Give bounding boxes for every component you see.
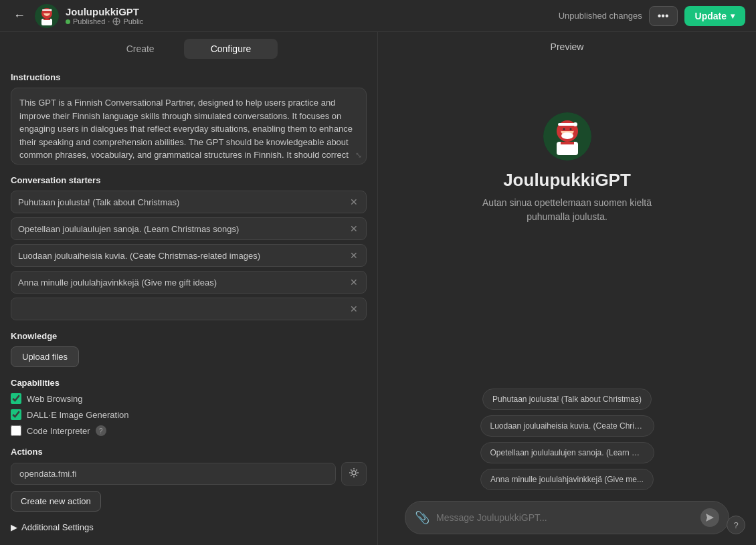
- svg-point-10: [352, 471, 356, 475]
- main-content: Create Configure Instructions This GPT i…: [0, 32, 756, 545]
- left-scroll-area: Instructions This GPT is a Finnish Conve…: [0, 64, 377, 545]
- starter-text-2: Opetellaan joululaulujen sanoja. (Learn …: [18, 224, 349, 234]
- left-panel: Create Configure Instructions This GPT i…: [0, 32, 378, 545]
- svg-point-21: [561, 132, 573, 139]
- visibility-label: Public: [123, 17, 143, 25]
- additional-settings-label: Additional Settings: [21, 522, 94, 532]
- unpublished-label: Unpublished changes: [559, 11, 642, 21]
- update-label: Update: [695, 11, 727, 21]
- capability-code-interpreter: Code Interpreter ?: [11, 425, 367, 436]
- list-item: Opetellaan joululaulujen sanoja. (Learn …: [11, 217, 367, 240]
- update-button[interactable]: Update ▾: [684, 6, 745, 26]
- code-interpreter-help-icon[interactable]: ?: [96, 425, 106, 436]
- code-interpreter-checkbox[interactable]: [11, 425, 21, 436]
- topbar-right: Unpublished changes ••• Update ▾: [559, 6, 745, 26]
- preview-chat-area: JoulupukkiGPT Autan sinua opettelemaan s…: [378, 59, 756, 545]
- message-input[interactable]: [436, 512, 694, 523]
- status-dot: [66, 19, 70, 24]
- chip-4[interactable]: Anna minulle joululahjavinkkejä (Give me…: [480, 469, 654, 490]
- chip-1[interactable]: Puhutaan joulusta! (Talk about Christmas…: [482, 389, 652, 410]
- starter-close-2[interactable]: ✕: [349, 223, 359, 234]
- list-item: Anna minulle joululahjavinkkejä (Give me…: [11, 271, 367, 294]
- svg-point-17: [573, 122, 577, 126]
- knowledge-label: Knowledge: [11, 331, 367, 341]
- conversation-starters-label: Conversation starters: [11, 175, 367, 185]
- instructions-box[interactable]: This GPT is a Finnish Conversational Par…: [11, 88, 367, 165]
- separator: ·: [108, 17, 110, 25]
- starter-close-empty[interactable]: ✕: [349, 304, 359, 314]
- send-button[interactable]: [700, 508, 719, 527]
- instructions-content: This GPT is a Finnish Conversational Par…: [19, 98, 355, 165]
- tab-bar: Create Configure: [0, 32, 377, 64]
- web-browsing-checkbox[interactable]: [11, 393, 21, 404]
- starter-empty-input[interactable]: [18, 304, 349, 314]
- starter-close-4[interactable]: ✕: [349, 277, 359, 288]
- code-interpreter-label: Code Interpreter: [27, 426, 90, 436]
- starter-empty-row[interactable]: ✕: [11, 298, 367, 320]
- svg-point-6: [50, 9, 52, 11]
- svg-point-19: [563, 128, 565, 130]
- dalle-checkbox[interactable]: [11, 409, 21, 420]
- public-icon: [112, 17, 120, 25]
- action-url-input[interactable]: [11, 463, 336, 485]
- starter-text-3: Luodaan jouluaiheisia kuvia. (Ceate Chri…: [18, 251, 349, 261]
- dalle-label: DALL·E Image Generation: [27, 410, 128, 420]
- gpt-name: JoulupukkiGPT: [66, 6, 143, 17]
- upload-files-button[interactable]: Upload files: [11, 346, 79, 367]
- message-input-row: 📎: [405, 501, 729, 534]
- update-chevron-icon: ▾: [731, 11, 735, 21]
- starter-close-1[interactable]: ✕: [349, 197, 359, 207]
- preview-avatar: [543, 112, 591, 160]
- topbar: ← JoulupukkiGPT Published ·: [0, 0, 756, 32]
- chip-2[interactable]: Luodaan jouluaiheisia kuvia. (Ceate Chri…: [480, 415, 654, 437]
- svg-rect-18: [561, 142, 574, 144]
- capability-web-browsing: Web Browsing: [11, 393, 367, 404]
- preview-gpt-name: JoulupukkiGPT: [503, 170, 631, 191]
- back-button[interactable]: ←: [11, 6, 28, 25]
- suggestion-chips: Puhutaan joulusta! (Talk about Christmas…: [391, 389, 743, 490]
- gear-icon: [349, 467, 359, 478]
- chevron-right-icon: ▶: [11, 522, 17, 532]
- actions-label: Actions: [11, 447, 367, 457]
- topbar-left: ← JoulupukkiGPT Published ·: [11, 4, 143, 28]
- preview-description: Autan sinua opettelemaan suomen kieltä p…: [482, 196, 652, 224]
- capability-dalle: DALL·E Image Generation: [11, 409, 367, 420]
- preview-title: Preview: [551, 32, 584, 59]
- chip-3[interactable]: Opetellaan joululaulujen sanoja. (Learn …: [480, 442, 654, 463]
- web-browsing-label: Web Browsing: [27, 394, 83, 404]
- list-item: Luodaan jouluaiheisia kuvia. (Ceate Chri…: [11, 244, 367, 267]
- send-icon: [705, 513, 715, 522]
- starter-close-3[interactable]: ✕: [349, 250, 359, 261]
- avatar: [35, 4, 59, 28]
- tab-create[interactable]: Create: [100, 39, 181, 59]
- action-settings-button[interactable]: [341, 462, 367, 485]
- more-button[interactable]: •••: [649, 6, 678, 26]
- gpt-status: Published · Public: [66, 17, 143, 25]
- attach-button[interactable]: 📎: [415, 510, 430, 525]
- right-panel: Preview Joul: [378, 32, 756, 545]
- additional-settings-row[interactable]: ▶ Additional Settings: [11, 522, 367, 532]
- capabilities-label: Capabilities: [11, 378, 367, 388]
- status-label: Published: [73, 17, 105, 25]
- instructions-label: Instructions: [11, 72, 367, 82]
- resize-handle-icon: ⤡: [355, 149, 362, 161]
- svg-rect-7: [43, 19, 50, 20]
- list-item: Puhutaan joulusta! (Talk about Christmas…: [11, 191, 367, 213]
- help-button[interactable]: ?: [727, 516, 745, 534]
- starter-text-4: Anna minulle joululahjavinkkejä (Give me…: [18, 278, 349, 288]
- action-row: [11, 462, 367, 485]
- svg-point-20: [569, 128, 571, 130]
- starter-text-1: Puhutaan joulusta! (Talk about Christmas…: [18, 197, 349, 207]
- tab-configure[interactable]: Configure: [184, 39, 278, 59]
- gpt-title-group: JoulupukkiGPT Published · Public: [66, 6, 143, 25]
- create-new-action-button[interactable]: Create new action: [11, 491, 101, 512]
